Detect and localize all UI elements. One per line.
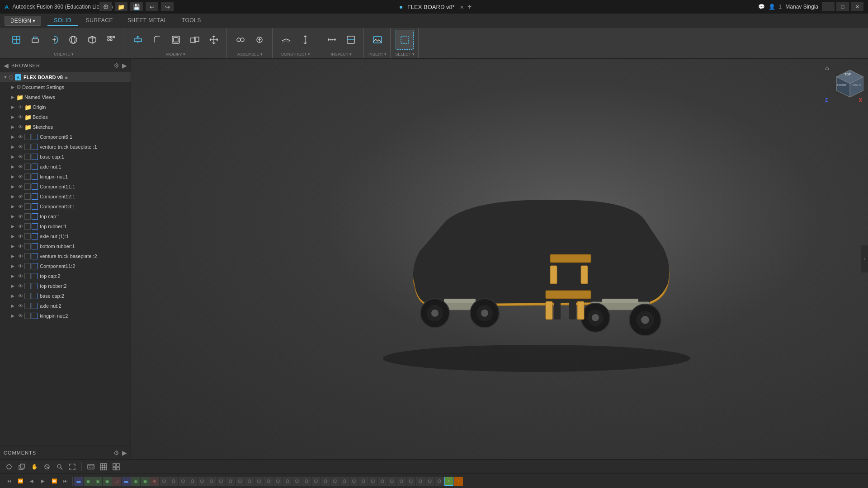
tl-comp-22[interactable]: ⬡ <box>359 477 368 486</box>
pattern-btn[interactable] <box>102 30 120 50</box>
check-component6-1[interactable] <box>24 134 31 140</box>
tl-comp-15[interactable]: ⬡ <box>292 477 302 486</box>
check-component12-1[interactable] <box>24 193 31 200</box>
tree-item-top-rubber-1[interactable]: ▶👁top rubber:1 <box>0 221 131 231</box>
new-btn[interactable]: ⊕ <box>99 2 112 11</box>
tl-sketch-2[interactable]: ▬ <box>122 477 131 486</box>
tree-item-bodies[interactable]: ▶ 👁 📁 Bodies <box>0 112 131 122</box>
root-expand-btn[interactable]: ▼ <box>2 72 9 82</box>
eye-component11-1[interactable]: 👁 <box>16 182 24 192</box>
tab-sheetmetal[interactable]: SHEET METAL <box>121 15 174 26</box>
insert-image-btn[interactable] <box>368 30 387 50</box>
tl-join-1[interactable]: ⊕ <box>150 477 159 486</box>
eye-kingpin-nut-2[interactable]: 👁 <box>16 311 24 321</box>
check-top-cap-2[interactable] <box>24 273 31 279</box>
expand-base-cap-2[interactable]: ▶ <box>9 291 16 301</box>
anim-next[interactable]: ⏩ <box>49 476 60 487</box>
check-bottom-rubber-1[interactable] <box>24 243 31 249</box>
comments-expand-btn[interactable]: ▶ <box>122 449 127 456</box>
tl-comp-26[interactable]: ⬡ <box>397 477 406 486</box>
zoom-fit-btn[interactable] <box>67 461 78 472</box>
revolve-btn[interactable] <box>45 30 63 50</box>
tl-comp-27[interactable]: ⬡ <box>406 477 415 486</box>
expand-component11-1[interactable]: ▶ <box>9 182 16 192</box>
expand-top-rubber-2[interactable]: ▶ <box>9 281 16 291</box>
expand-axle-nut-1[interactable]: ▶ <box>9 162 16 172</box>
tl-comp-6[interactable]: ⬡ <box>207 477 216 486</box>
browser-collapse-btn[interactable]: ◀ <box>4 62 9 69</box>
orbit-btn[interactable] <box>42 461 52 472</box>
eye-axle-nut-1[interactable]: 👁 <box>16 162 24 172</box>
snap-btn[interactable] <box>4 461 14 472</box>
tl-add-btn[interactable]: + <box>454 477 463 486</box>
browser-expand-btn[interactable]: ▶ <box>122 62 127 69</box>
tl-comp-5[interactable]: ⬡ <box>198 477 207 486</box>
bodies-eye[interactable]: 👁 <box>16 112 24 122</box>
tl-extrude-3[interactable]: ▣ <box>103 477 112 486</box>
tl-comp-28[interactable]: ⬡ <box>416 477 425 486</box>
check-base-cap-1[interactable] <box>24 154 31 160</box>
move-btn[interactable] <box>205 30 223 50</box>
tl-extrude-1[interactable]: ▣ <box>84 477 93 486</box>
tl-sketch-1[interactable]: ▬ <box>74 477 83 486</box>
press-pull-btn[interactable] <box>129 30 147 50</box>
tree-item-named-views[interactable]: ▶ 📁 Named Views <box>0 92 131 102</box>
check-component11-1[interactable] <box>24 183 31 190</box>
tl-comp-2[interactable]: ⬡ <box>169 477 178 486</box>
tree-item-component11-2[interactable]: ▶👁Component11:2 <box>0 261 131 271</box>
check-venture-truck-2[interactable] <box>24 253 31 259</box>
check-component11-2[interactable] <box>24 263 31 269</box>
expand-component6-1[interactable]: ▶ <box>9 132 16 142</box>
tl-current-pos[interactable]: + <box>444 477 453 486</box>
eye-bottom-rubber-1[interactable]: 👁 <box>16 241 24 251</box>
tl-comp-23[interactable]: ⬡ <box>368 477 377 486</box>
expand-top-cap-2[interactable]: ▶ <box>9 271 16 281</box>
section-analysis-btn[interactable] <box>342 30 360 50</box>
comments-settings-btn[interactable]: ⚙ <box>113 449 119 456</box>
tl-comp-20[interactable]: ⬡ <box>340 477 349 486</box>
check-kingpin-nut-2[interactable] <box>24 313 31 319</box>
save-btn[interactable]: 💾 <box>130 2 143 11</box>
tree-item-axle-nut-1-1[interactable]: ▶👁axle nut (1):1 <box>0 231 131 241</box>
check-axle-nut-2[interactable] <box>24 303 31 309</box>
tree-item-base-cap-2[interactable]: ▶👁base cap:2 <box>0 291 131 301</box>
axis-btn[interactable] <box>296 30 314 50</box>
more-display-btn[interactable] <box>111 461 122 472</box>
joint2-btn[interactable] <box>250 30 269 50</box>
expand-axle-nut-2[interactable]: ▶ <box>9 301 16 311</box>
right-panel-toggle[interactable]: › <box>861 245 868 272</box>
expand-kingpin-nut-2[interactable]: ▶ <box>9 311 16 321</box>
tl-comp-16[interactable]: ⬡ <box>302 477 311 486</box>
anim-play-back[interactable]: ◀ <box>26 476 37 487</box>
tree-item-top-rubber-2[interactable]: ▶👁top rubber:2 <box>0 281 131 291</box>
tree-item-doc-settings[interactable]: ▶ ⚙ Document Settings <box>0 82 131 92</box>
account-icon[interactable]: 👤 <box>769 4 775 10</box>
open-btn[interactable]: 📁 <box>115 2 127 11</box>
tree-item-component12-1[interactable]: ▶👁Component12:1 <box>0 192 131 202</box>
eye-axle-nut-1-1[interactable]: 👁 <box>16 231 24 241</box>
tree-item-sketches[interactable]: ▶ 👁 📁 Sketches <box>0 122 131 132</box>
tl-comp-10[interactable]: ⬡ <box>245 477 254 486</box>
eye-component12-1[interactable]: 👁 <box>16 192 24 202</box>
bodies-expand[interactable]: ▶ <box>9 112 16 122</box>
tree-item-component13-1[interactable]: ▶👁Component13:1 <box>0 202 131 211</box>
origin-expand[interactable]: ▶ <box>9 102 16 112</box>
eye-component11-2[interactable]: 👁 <box>16 261 24 271</box>
expand-top-rubber-1[interactable]: ▶ <box>9 221 16 231</box>
offset-plane-btn[interactable] <box>277 30 295 50</box>
copy-layout-btn[interactable] <box>16 461 27 472</box>
anim-prev-end[interactable]: ⏮ <box>4 476 14 487</box>
tl-comp-4[interactable]: ⬡ <box>188 477 197 486</box>
select-box-btn[interactable] <box>396 30 414 50</box>
tl-comp-18[interactable]: ⬡ <box>321 477 330 486</box>
file-tab-close[interactable]: ✕ <box>460 5 464 10</box>
origin-eye[interactable]: 👁 <box>16 102 24 112</box>
check-kingpin-nut-1[interactable] <box>24 174 31 180</box>
zoom-window-btn[interactable] <box>54 461 65 472</box>
notifications-icon[interactable]: 💬 <box>758 4 765 10</box>
joint-btn[interactable] <box>231 30 250 50</box>
box-btn[interactable] <box>83 30 101 50</box>
check-top-cap-1[interactable] <box>24 213 31 220</box>
eye-component13-1[interactable]: 👁 <box>16 202 24 211</box>
tree-item-top-cap-2[interactable]: ▶👁top cap:2 <box>0 271 131 281</box>
